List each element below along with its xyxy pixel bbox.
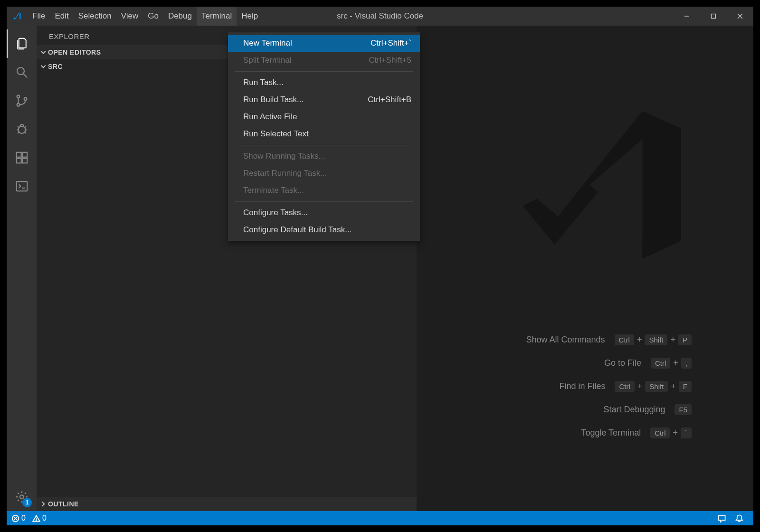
svg-rect-14 (16, 181, 27, 191)
key-plus: + (671, 381, 676, 391)
key-plus: + (673, 428, 678, 438)
key-sequence: Ctrl+` (650, 428, 692, 438)
welcome-shortcut-label: Go to File (454, 358, 641, 368)
section-outline[interactable]: OUTLINE (37, 497, 417, 511)
keyboard-key: F (679, 381, 692, 392)
menu-edit[interactable]: Edit (50, 7, 73, 26)
welcome-shortcut-row: Toggle TerminalCtrl+` (454, 428, 692, 438)
window-title: src - Visual Studio Code (337, 11, 423, 21)
menu-item: Show Running Tasks... (228, 148, 420, 165)
welcome-shortcut-row: Go to FileCtrl+, (454, 358, 692, 369)
svg-point-7 (17, 104, 19, 106)
keyboard-key: F5 (674, 404, 692, 415)
menu-separator (235, 201, 413, 202)
activity-output[interactable] (7, 172, 37, 200)
menu-item[interactable]: Run Active File (228, 108, 420, 125)
bell-icon[interactable] (735, 514, 744, 523)
menu-item[interactable]: Configure Tasks... (228, 204, 420, 221)
menu-debug[interactable]: Debug (163, 7, 197, 26)
svg-rect-12 (22, 158, 27, 163)
menu-item-label: Run Build Task... (243, 94, 304, 105)
close-button[interactable] (727, 7, 753, 26)
menu-item: Restart Running Task... (228, 165, 420, 182)
key-plus: + (637, 335, 642, 345)
menu-item-label: Run Task... (243, 77, 284, 88)
welcome-shortcut-row: Show All CommandsCtrl+Shift+P (454, 334, 692, 345)
vscode-logo-icon (12, 11, 22, 21)
keyboard-key: , (681, 358, 692, 369)
keyboard-key: ` (681, 428, 692, 438)
menu-terminal[interactable]: Terminal (197, 7, 237, 26)
activity-bar: 1 (7, 26, 37, 511)
key-sequence: Ctrl+Shift+F (615, 381, 692, 392)
activity-extensions[interactable] (7, 143, 37, 172)
search-icon (15, 65, 29, 79)
vscode-watermark-icon (516, 97, 692, 273)
minimize-button[interactable] (674, 7, 700, 26)
welcome-shortcut-row: Find in FilesCtrl+Shift+F (454, 381, 692, 392)
menu-item[interactable]: Run Build Task...Ctrl+Shift+B (228, 91, 420, 108)
menu-item[interactable]: Run Selected Text (228, 125, 420, 142)
section-label: OPEN EDITORS (48, 48, 101, 56)
menu-item-label: Configure Tasks... (243, 207, 308, 218)
section-label: OUTLINE (48, 500, 79, 508)
source-control-icon (15, 94, 29, 108)
error-count: 0 (21, 514, 26, 522)
activity-search[interactable] (7, 58, 37, 86)
status-warnings[interactable]: 0 (32, 514, 47, 522)
maximize-button[interactable] (700, 7, 727, 26)
terminal-menu-dropdown: New TerminalCtrl+Shift+`Split TerminalCt… (228, 32, 420, 241)
activity-settings[interactable]: 1 (7, 483, 37, 511)
activity-scm[interactable] (7, 86, 37, 115)
menu-item-label: New Terminal (243, 38, 292, 49)
menu-item[interactable]: New TerminalCtrl+Shift+` (228, 35, 420, 52)
chevron-down-icon (38, 63, 48, 70)
svg-point-20 (36, 520, 37, 521)
vscode-window: File Edit Selection View Go Debug Termin… (7, 7, 753, 525)
files-icon (15, 37, 29, 51)
key-plus: + (673, 358, 678, 368)
svg-line-5 (23, 74, 27, 78)
menu-item-shortcut: Ctrl+Shift+B (368, 94, 411, 105)
window-controls (674, 7, 753, 26)
menu-view[interactable]: View (116, 7, 143, 26)
svg-point-15 (20, 495, 24, 499)
keyboard-key: Shift (645, 334, 667, 345)
svg-point-6 (17, 95, 19, 98)
menu-file[interactable]: File (28, 7, 50, 26)
terminal-icon (15, 179, 29, 193)
menu-go[interactable]: Go (143, 7, 163, 26)
key-plus: + (670, 335, 675, 345)
menu-item: Split TerminalCtrl+Shift+5 (228, 52, 420, 69)
menu-item-shortcut: Ctrl+Shift+` (370, 38, 411, 49)
menu-item[interactable]: Run Task... (228, 74, 420, 91)
menu-item[interactable]: Configure Default Build Task... (228, 221, 420, 238)
menu-item-label: Restart Running Task... (243, 168, 327, 179)
welcome-shortcut-label: Find in Files (454, 381, 605, 391)
section-label: SRC (48, 63, 63, 70)
editor-area: Show All CommandsCtrl+Shift+PGo to FileC… (417, 26, 753, 511)
menu-item-shortcut: Ctrl+Shift+5 (369, 55, 411, 66)
menu-separator (235, 71, 413, 72)
warning-count: 0 (42, 514, 47, 522)
menu-item-label: Terminate Task... (243, 185, 304, 196)
keyboard-key: Ctrl (651, 358, 670, 369)
chevron-right-icon (38, 501, 48, 507)
welcome-shortcut-row: Start DebuggingF5 (454, 404, 692, 415)
activity-explorer[interactable] (7, 29, 37, 58)
welcome-shortcut-label: Toggle Terminal (454, 428, 641, 438)
feedback-icon[interactable] (717, 514, 726, 523)
keyboard-key: Ctrl (615, 334, 634, 345)
activity-debug[interactable] (7, 115, 37, 143)
menu-item-label: Show Running Tasks... (243, 151, 325, 162)
settings-badge: 1 (22, 498, 32, 507)
extensions-icon (15, 151, 29, 165)
keyboard-key: P (678, 334, 692, 345)
key-sequence: Ctrl+Shift+P (615, 334, 692, 345)
menu-help[interactable]: Help (237, 7, 263, 26)
title-bar: File Edit Selection View Go Debug Termin… (7, 7, 753, 26)
keyboard-key: Ctrl (650, 428, 670, 438)
warning-icon (32, 514, 40, 522)
menu-selection[interactable]: Selection (74, 7, 116, 26)
status-errors[interactable]: 0 (11, 514, 26, 522)
